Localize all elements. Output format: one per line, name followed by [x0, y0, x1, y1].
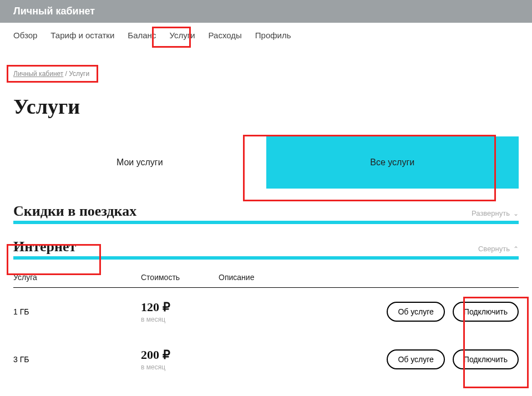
ruble-icon: ₽ — [163, 300, 170, 314]
connect-button[interactable]: Подключить — [453, 349, 519, 369]
header-title: Личный кабинет — [13, 6, 95, 17]
section-internet: Интернет Свернуть ⌃ — [13, 238, 519, 260]
th-name: Услуга — [13, 273, 141, 282]
table-row: 3 ГБ 200 ₽ в месяц Об услуге Подключить — [13, 336, 519, 383]
header-bar: Личный кабинет — [0, 0, 532, 23]
about-service-button[interactable]: Об услуге — [387, 349, 444, 369]
chevron-up-icon: ⌃ — [513, 245, 519, 253]
nav-tariff[interactable]: Тариф и остатки — [50, 31, 114, 40]
nav-expenses[interactable]: Расходы — [209, 31, 242, 40]
tab-all-services[interactable]: Все услуги — [266, 136, 519, 189]
nav-overview[interactable]: Обзор — [13, 31, 37, 40]
breadcrumb: Личный кабинет / Услуги — [0, 63, 532, 78]
th-desc: Описание — [219, 273, 374, 282]
section-discounts: Скидки в поездках Развернуть ⌄ — [13, 203, 519, 224]
breadcrumb-sep: / — [63, 70, 69, 78]
table-row: 1 ГБ 120 ₽ в месяц Об услуге Подключить — [13, 288, 519, 336]
tab-my-services[interactable]: Мои услуги — [13, 136, 266, 189]
breadcrumb-root[interactable]: Личный кабинет — [13, 70, 63, 78]
service-period: в месяц — [141, 316, 219, 323]
page-title: Услуги — [0, 78, 532, 125]
about-service-button[interactable]: Об услуге — [387, 302, 444, 322]
ruble-icon: ₽ — [163, 348, 170, 362]
th-price: Стоимость — [141, 273, 219, 282]
service-price: 120 ₽ — [141, 300, 219, 314]
service-period: в месяц — [141, 363, 219, 371]
nav-services[interactable]: Услуги — [169, 31, 195, 40]
nav-balance[interactable]: Баланс — [128, 31, 156, 40]
section-internet-toggle[interactable]: Свернуть ⌃ — [478, 245, 519, 253]
main-nav: Обзор Тариф и остатки Баланс Услуги Расх… — [0, 23, 532, 48]
section-discounts-title: Скидки в поездках — [13, 203, 136, 220]
section-internet-header[interactable]: Интернет Свернуть ⌃ — [13, 238, 519, 260]
chevron-down-icon: ⌄ — [513, 210, 519, 217]
section-discounts-toggle[interactable]: Развернуть ⌄ — [472, 209, 519, 217]
service-tabs: Мои услуги Все услуги — [13, 136, 519, 189]
service-name: 3 ГБ — [13, 355, 141, 364]
service-price: 200 ₽ — [141, 348, 219, 362]
service-name: 1 ГБ — [13, 307, 141, 316]
section-internet-title: Интернет — [13, 238, 76, 255]
table-header-row: Услуга Стоимость Описание — [13, 273, 519, 288]
toggle-label: Развернуть — [472, 209, 510, 217]
connect-button[interactable]: Подключить — [453, 302, 519, 322]
breadcrumb-current: Услуги — [69, 70, 89, 78]
section-discounts-header[interactable]: Скидки в поездках Развернуть ⌄ — [13, 203, 519, 224]
nav-profile[interactable]: Профиль — [255, 31, 291, 40]
toggle-label: Свернуть — [478, 245, 510, 253]
